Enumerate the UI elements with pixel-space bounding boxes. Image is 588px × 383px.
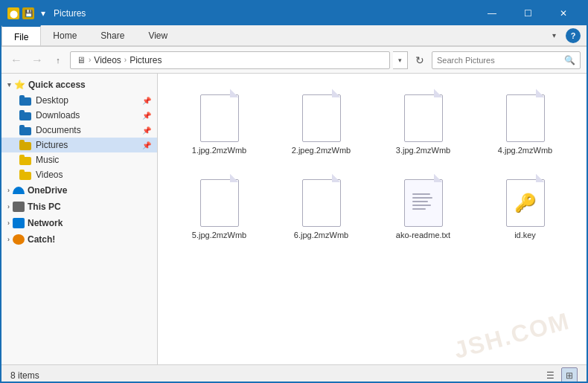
chevron-onedrive-icon: › — [7, 187, 10, 194]
search-box[interactable]: 🔍 — [432, 51, 581, 69]
file-item-3[interactable]: 3.jpg.2mzWmb — [374, 83, 473, 161]
window-controls: — ☐ ✕ — [475, 1, 581, 25]
quick-access-icon: ⬤ — [7, 7, 19, 19]
file-name-8: id.key — [514, 230, 536, 240]
close-button[interactable]: ✕ — [546, 1, 581, 25]
sidebar-item-desktop[interactable]: Desktop 📌 — [1, 93, 157, 108]
file-lines-icon — [412, 193, 435, 212]
sidebar-catch-label: Catch! — [28, 234, 55, 245]
music-folder-icon — [19, 155, 31, 165]
file-name-1: 1.jpg.2mzWmb — [192, 145, 246, 155]
sidebar-section-network[interactable]: › Network — [1, 215, 157, 231]
sidebar-thispc-label: This PC — [28, 202, 61, 212]
catch-icon — [13, 234, 25, 245]
sidebar-section-catch[interactable]: › Catch! — [1, 231, 157, 248]
file-icon-6 — [299, 173, 344, 227]
path-chevron1: › — [89, 56, 91, 64]
pin-pictures-icon: 📌 — [142, 141, 151, 149]
tab-share[interactable]: Share — [89, 25, 136, 45]
key-icon: 🔑 — [506, 179, 545, 227]
path-chevron2: › — [124, 56, 127, 64]
file-name-6: 6.jpg.2mzWmb — [294, 230, 348, 240]
address-dropdown[interactable]: ▾ — [393, 51, 408, 69]
file-area: 1.jpg.2mzWmb 2.jpeg.2mzWmb 3.jpg.2mzWmb — [158, 74, 587, 364]
sidebar: ▾ ⭐ Quick access Desktop 📌 Downloads 📌 D… — [1, 74, 158, 364]
path-this-pc: Videos — [94, 55, 121, 65]
maximize-button[interactable]: ☐ — [511, 1, 545, 25]
sidebar-section-onedrive[interactable]: › OneDrive — [1, 182, 157, 199]
file-name-3: 3.jpg.2mzWmb — [396, 145, 450, 155]
path-pictures: Pictures — [130, 55, 162, 65]
file-icon-2 — [299, 88, 344, 142]
pictures-folder-icon — [19, 140, 31, 150]
sidebar-item-music[interactable]: Music — [1, 152, 157, 167]
sidebar-item-downloads[interactable]: Downloads 📌 — [1, 108, 157, 123]
sidebar-item-label-videos: Videos — [36, 170, 63, 180]
chevron-catch-icon: › — [7, 236, 10, 243]
sidebar-network-label: Network — [28, 218, 63, 228]
search-icon[interactable]: 🔍 — [564, 55, 575, 65]
quick-access-text: Quick access — [28, 80, 86, 90]
file-name-2: 2.jpeg.2mzWmb — [292, 145, 351, 155]
videos-folder-icon — [19, 170, 31, 180]
title-bar-left: ⬤ 💾 ▾ Pictures — [7, 7, 86, 19]
minimize-button[interactable]: — — [475, 1, 509, 25]
file-icon-3 — [401, 88, 446, 142]
sidebar-section-thispc[interactable]: › This PC — [1, 199, 157, 215]
chevron-down-icon: ▾ — [7, 81, 11, 88]
file-item-8[interactable]: 🔑 id.key — [476, 167, 575, 246]
search-input[interactable] — [437, 56, 561, 65]
thispc-icon — [13, 202, 25, 212]
status-bar: 8 items ☰ ⊞ — [1, 364, 587, 383]
network-icon — [13, 218, 25, 228]
sidebar-item-documents[interactable]: Documents 📌 — [1, 123, 157, 138]
help-button[interactable]: ? — [566, 28, 581, 43]
up-button[interactable]: ↑ — [49, 51, 67, 69]
tab-file[interactable]: File — [1, 25, 41, 45]
sidebar-item-label-pictures: Pictures — [36, 140, 68, 150]
sidebar-item-label-desktop: Desktop — [36, 95, 68, 106]
pin-desktop-icon: 📌 — [142, 97, 151, 105]
sidebar-quick-access-label: ⭐ — [14, 80, 25, 90]
documents-folder-icon — [19, 125, 31, 135]
file-icon-8: 🔑 — [503, 173, 548, 227]
files-grid: 1.jpg.2mzWmb 2.jpeg.2mzWmb 3.jpg.2mzWmb — [170, 83, 575, 247]
sidebar-item-label-downloads: Downloads — [36, 110, 80, 120]
file-icon-5 — [197, 173, 242, 227]
sidebar-section-quick-access[interactable]: ▾ ⭐ Quick access — [1, 77, 157, 93]
back-button[interactable]: ← — [7, 51, 25, 69]
tab-view[interactable]: View — [136, 25, 179, 45]
forward-button[interactable]: → — [28, 51, 46, 69]
sidebar-onedrive-label: OneDrive — [28, 185, 67, 196]
icon-view-button[interactable]: ⊞ — [561, 367, 578, 384]
downloads-folder-icon — [19, 110, 31, 120]
pin-documents-icon: 📌 — [142, 126, 151, 135]
sidebar-item-videos[interactable]: Videos — [1, 167, 157, 182]
status-item-count: 8 items — [10, 370, 39, 381]
file-item-5[interactable]: 5.jpg.2mzWmb — [170, 167, 269, 246]
file-icon-4 — [503, 88, 548, 142]
file-item-6[interactable]: 6.jpg.2mzWmb — [272, 167, 371, 246]
file-name-4: 4.jpg.2mzWmb — [498, 145, 552, 155]
refresh-button[interactable]: ↻ — [411, 51, 429, 69]
file-item-2[interactable]: 2.jpeg.2mzWmb — [272, 83, 371, 161]
file-item-4[interactable]: 4.jpg.2mzWmb — [476, 83, 575, 161]
ribbon-tabs: File Home Share View ▾ ? — [1, 25, 587, 46]
file-item-1[interactable]: 1.jpg.2mzWmb — [170, 83, 269, 161]
ribbon: File Home Share View ▾ ? — [1, 25, 587, 47]
pin-icon: ▾ — [37, 7, 49, 19]
file-name-5: 5.jpg.2mzWmb — [192, 230, 246, 240]
pin-downloads-icon: 📌 — [142, 112, 151, 120]
address-path[interactable]: 🖥 › Videos › Pictures — [70, 51, 390, 69]
watermark: JSH.COM — [451, 307, 573, 364]
chevron-network-icon: › — [7, 219, 10, 227]
file-icon-7 — [401, 173, 446, 227]
title-bar-icons: ⬤ 💾 ▾ — [7, 7, 49, 19]
list-view-button[interactable]: ☰ — [542, 367, 558, 384]
file-icon-1 — [197, 88, 242, 142]
sidebar-item-pictures[interactable]: Pictures 📌 — [1, 138, 157, 152]
title-bar: ⬤ 💾 ▾ Pictures — ☐ ✕ — [1, 1, 587, 25]
ribbon-collapse-button[interactable]: ▾ — [545, 27, 563, 45]
tab-home[interactable]: Home — [41, 25, 89, 45]
file-item-7[interactable]: ako-readme.txt — [374, 167, 473, 246]
